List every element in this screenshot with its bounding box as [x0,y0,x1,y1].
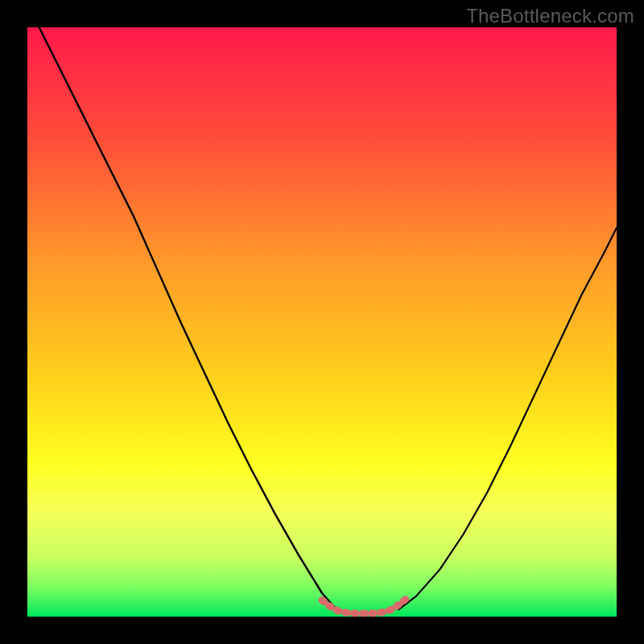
chart-svg [27,27,617,617]
gradient-background [27,27,617,617]
watermark-text: TheBottleneck.com [466,5,634,27]
chart-plot-area [27,27,617,617]
chart-frame: TheBottleneck.com [0,0,644,644]
